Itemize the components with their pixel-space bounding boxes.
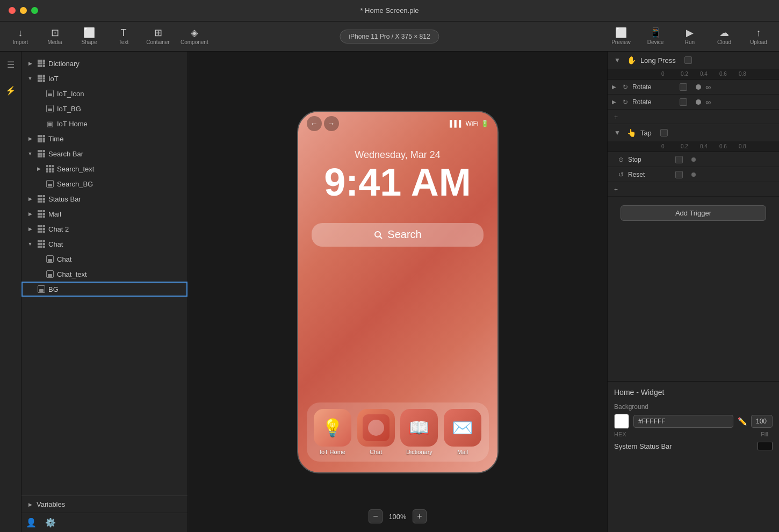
add-tap-animation-icon[interactable]: +	[614, 186, 618, 193]
phone-search-bar[interactable]: Search	[312, 223, 484, 247]
empty-toggle-chattext	[34, 270, 43, 278]
status-bar-toggle[interactable]	[758, 442, 773, 450]
container-button[interactable]: ⊞ Container	[146, 28, 170, 45]
canvas-area[interactable]: ← → ▌▌▌ WiFi 🔋 Wednesday, Mar 24 9:41 AM	[188, 52, 607, 532]
group-icon-status	[37, 195, 46, 203]
long-press-header: ▼ ✋ Long Press	[608, 52, 779, 69]
app-iot-home[interactable]: 💡 IoT Home	[314, 409, 351, 455]
sidebar-item-chat-group[interactable]: Chat	[21, 236, 187, 251]
device-button[interactable]: 📱 Device	[644, 28, 667, 45]
background-label: Background	[614, 403, 773, 411]
zoom-in-button[interactable]: +	[413, 509, 427, 523]
add-trigger-wrapper: Add Trigger	[608, 197, 779, 229]
app-chat[interactable]: Chat	[357, 409, 395, 455]
variables-row[interactable]: Variables	[21, 495, 187, 513]
sidebar-label-status-bar: Status Bar	[48, 195, 81, 203]
sidebar-item-chat2[interactable]: Chat 2	[21, 221, 187, 236]
color-swatch[interactable]	[614, 414, 629, 429]
text-button[interactable]: T Text	[112, 28, 135, 45]
sidebar-item-iot[interactable]: IoT	[21, 71, 187, 86]
tap-section: ▼ 👆 Tap 0 0.2 0.4 0.6 0.8	[608, 124, 779, 197]
rotate-label-1: Rotate	[632, 83, 675, 91]
media-icon: ⊡	[51, 28, 59, 38]
sidebar-label-chat2: Chat 2	[48, 225, 69, 233]
sidebar-item-status-bar[interactable]: Status Bar	[21, 191, 187, 206]
preview-button[interactable]: ⬜ Preview	[609, 28, 633, 45]
media-button[interactable]: ⊡ Media	[43, 28, 67, 45]
nav-back-button[interactable]: ←	[307, 116, 322, 131]
group-icon-search	[37, 150, 46, 157]
zoom-out-button[interactable]: −	[369, 509, 383, 523]
long-press-checkbox[interactable]	[684, 56, 692, 64]
sidebar-item-iot-bg[interactable]: IoT_BG	[21, 101, 187, 116]
sidebar-item-chat-img[interactable]: Chat	[21, 251, 187, 267]
container-label: Container	[146, 39, 169, 45]
tap-header: ▼ 👆 Tap	[608, 124, 779, 141]
chevron-right-icon-mail	[26, 210, 34, 218]
sidebar-item-search-bar[interactable]: Search Bar	[21, 146, 187, 161]
eyedropper-icon[interactable]: ✏️	[738, 417, 747, 426]
chevron-right-icon-stext	[34, 164, 43, 173]
settings-icon[interactable]: ⚙️	[45, 517, 56, 528]
sidebar-item-chat-text[interactable]: Chat_text	[21, 267, 187, 282]
run-button[interactable]: ▶ Run	[678, 28, 702, 45]
rotate2-checkbox[interactable]	[680, 98, 687, 106]
sidebar-item-iot-home[interactable]: ▣ IoT Home	[21, 116, 187, 131]
import-label: Import	[13, 39, 28, 45]
sidebar-toggle-icon[interactable]: ☰	[2, 56, 19, 73]
add-animation-icon[interactable]: +	[614, 113, 618, 121]
rotate1-checkbox[interactable]	[680, 83, 687, 91]
stop-handle[interactable]	[691, 157, 696, 162]
sidebar-item-time[interactable]: Time	[21, 131, 187, 146]
minimize-button[interactable]	[20, 7, 27, 14]
shape-button[interactable]: ⬜ Shape	[77, 28, 101, 45]
nav-forward-button[interactable]: →	[324, 116, 339, 131]
reset-track: ↺ Reset	[608, 167, 779, 182]
user-icon[interactable]: 👤	[26, 517, 37, 528]
component-button[interactable]: ◈ Component	[181, 28, 208, 45]
chevron-icon-r1: ▶	[612, 84, 616, 90]
rotate-track-1: ▶ ↻ Rotate ∞	[608, 80, 779, 95]
import-icon: ↓	[18, 28, 23, 38]
hex-input[interactable]	[633, 415, 733, 428]
zoom-controls: − 100% +	[369, 509, 427, 523]
close-button[interactable]	[9, 7, 16, 14]
status-bar-row: System Status Bar	[614, 437, 773, 455]
frame-icon-iot-home: ▣	[45, 120, 55, 128]
sidebar-label-chat-img: Chat	[57, 255, 71, 263]
sidebar-item-search-bg[interactable]: Search_BG	[21, 176, 187, 191]
upload-icon: ↑	[756, 28, 761, 38]
device-selector[interactable]: iPhone 11 Pro / X 375 × 812	[340, 30, 439, 44]
stop-checkbox[interactable]	[675, 156, 683, 163]
add-trigger-button[interactable]: Add Trigger	[621, 205, 766, 221]
tap-checkbox[interactable]	[660, 129, 668, 136]
sidebar-item-bg[interactable]: BG	[21, 282, 187, 297]
hex-sublabel: HEX	[614, 431, 689, 437]
sidebar-item-mail[interactable]: Mail	[21, 206, 187, 221]
maximize-button[interactable]	[31, 7, 38, 14]
import-button[interactable]: ↓ Import	[9, 28, 32, 45]
app-mail[interactable]: ✉️ Mail	[444, 409, 481, 455]
sidebar-label-dictionary: Dictionary	[48, 60, 80, 68]
reset-checkbox[interactable]	[675, 171, 683, 178]
sidebar-item-iot-icon[interactable]: IoT_Icon	[21, 86, 187, 101]
wifi-icon: WiFi	[466, 120, 479, 127]
sidebar-layers: Dictionary IoT IoT_Icon	[21, 52, 187, 495]
sidebar-label-bg: BG	[48, 285, 59, 293]
sidebar-item-dictionary[interactable]: Dictionary	[21, 56, 187, 71]
signal-icon: ▌▌▌	[450, 120, 464, 127]
toolbar-right-group: ⬜ Preview 📱 Device ▶ Run ☁ Cloud ↑ Uploa…	[609, 28, 770, 45]
app-dictionary[interactable]: 📖 Dictionary	[400, 409, 438, 455]
layer-icon[interactable]: ⚡	[2, 82, 19, 99]
rotate1-handle[interactable]	[696, 84, 701, 90]
sidebar-item-search-text[interactable]: Search_text	[21, 161, 187, 176]
upload-button[interactable]: ↑ Upload	[747, 28, 770, 45]
reset-handle[interactable]	[691, 172, 696, 177]
fill-sublabel: Fill	[694, 431, 769, 437]
svg-point-0	[375, 232, 380, 237]
fill-input[interactable]	[751, 415, 773, 428]
shape-label: Shape	[82, 39, 97, 45]
rotate2-handle[interactable]	[696, 99, 701, 105]
cloud-button[interactable]: ☁ Cloud	[712, 28, 736, 45]
chevron-icon-r2: ▶	[612, 99, 616, 105]
